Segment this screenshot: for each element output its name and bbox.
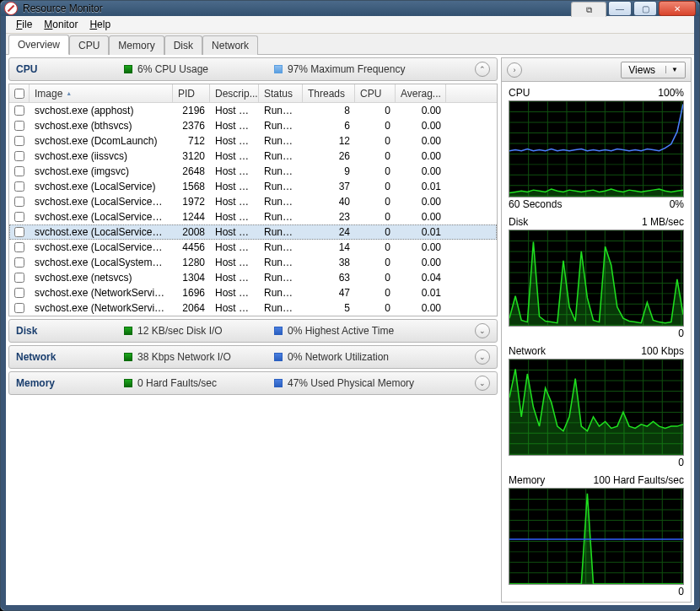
cell-avg: 0.00 (396, 256, 446, 269)
titlebar[interactable]: Resource Monitor ⧉ — ▢ ✕ (1, 1, 699, 16)
row-checkbox[interactable] (14, 121, 24, 131)
row-checkbox[interactable] (14, 227, 24, 237)
graph-footer-right: 0 (678, 457, 684, 468)
square-icon (274, 353, 283, 361)
cell-cpu: 0 (355, 180, 396, 193)
table-row[interactable]: svchost.exe (NetworkService)1696Host Pr.… (9, 285, 497, 300)
column-headers: Image PID Descrip... Status Threads CPU … (9, 84, 497, 103)
metric-label: 97% Maximum Frequency (288, 63, 405, 75)
process-list: Image PID Descrip... Status Threads CPU … (8, 84, 498, 316)
section-header-cpu[interactable]: CPU 6% CPU Usage 97% Maximum Frequency ⌃ (8, 57, 498, 81)
close-button[interactable]: ✕ (659, 1, 696, 16)
section-title: Memory (16, 377, 117, 389)
maximize-button[interactable]: ▢ (633, 1, 657, 16)
column-status[interactable]: Status (259, 84, 303, 102)
cell-desc: Host Pr... (210, 241, 259, 254)
row-checkbox[interactable] (14, 242, 24, 252)
menu-help[interactable]: Help (84, 17, 116, 32)
table-row[interactable]: svchost.exe (DcomLaunch)712Host Pr...Run… (9, 133, 497, 149)
section-header-memory[interactable]: Memory 0 Hard Faults/sec 47% Used Physic… (8, 371, 498, 395)
section-header-disk[interactable]: Disk 12 KB/sec Disk I/O 0% Highest Activ… (8, 319, 498, 343)
table-row[interactable]: svchost.exe (LocalService)1568Host Pr...… (9, 179, 497, 194)
row-checkbox[interactable] (14, 273, 24, 283)
cell-avg: 0.00 (396, 119, 446, 132)
cell-desc: Host Pr... (210, 104, 259, 117)
cell-desc: Host Pr... (210, 225, 259, 239)
row-checkbox[interactable] (14, 181, 24, 192)
graph-footer-right: 0% (670, 198, 684, 210)
cell-threads: 6 (303, 119, 355, 132)
expand-icon[interactable]: ⌄ (475, 323, 490, 338)
menu-file[interactable]: File (11, 17, 37, 32)
table-row[interactable]: svchost.exe (NetworkService...2064Host P… (9, 300, 497, 316)
views-button[interactable]: Views ▼ (621, 62, 686, 78)
row-checkbox[interactable] (14, 197, 24, 207)
cell-threads: 8 (303, 104, 355, 117)
tab-memory[interactable]: Memory (109, 35, 164, 55)
process-rows[interactable]: svchost.exe (apphost)2196Host Pr...Runni… (9, 103, 497, 316)
table-row[interactable]: svchost.exe (netsvcs)1304Host Pr...Runni… (9, 270, 497, 285)
views-label: Views (628, 64, 655, 76)
metric-label: 47% Used Physical Memory (288, 377, 414, 389)
menubar: File Monitor Help (6, 16, 694, 34)
cell-status: Runni... (259, 225, 303, 239)
minimize-button[interactable]: — (608, 1, 632, 16)
table-row[interactable]: svchost.exe (LocalServicePee...4456Host … (9, 240, 497, 255)
cell-image: svchost.exe (netsvcs) (30, 271, 173, 284)
tab-network[interactable]: Network (202, 35, 258, 55)
cell-desc: Host Pr... (210, 119, 259, 132)
graph-panel: › Views ▼ CPU100%60 Seconds0%Disk1 MB/se… (501, 57, 692, 603)
tab-cpu[interactable]: CPU (69, 35, 109, 55)
expand-icon[interactable]: ⌄ (475, 349, 490, 365)
table-row[interactable]: svchost.exe (apphost)2196Host Pr...Runni… (9, 103, 497, 118)
expand-icon[interactable]: ⌄ (475, 376, 490, 391)
row-checkbox[interactable] (14, 136, 24, 146)
tab-disk[interactable]: Disk (164, 35, 202, 55)
cell-status: Runni... (259, 149, 303, 163)
row-checkbox[interactable] (14, 212, 24, 222)
tab-overview[interactable]: Overview (8, 35, 69, 55)
table-row[interactable]: svchost.exe (bthsvcs)2376Host Pr...Runni… (9, 118, 497, 133)
cell-avg: 0.00 (396, 241, 446, 254)
cell-status: Runni... (259, 271, 303, 284)
table-row[interactable]: svchost.exe (LocalSystemNet...1280Host P… (9, 255, 497, 270)
row-checkbox[interactable] (14, 105, 24, 116)
square-icon (124, 379, 132, 387)
table-row[interactable]: svchost.exe (LocalServiceNet...1244Host … (9, 209, 497, 224)
table-row[interactable]: svchost.exe (LocalServiceNo...2008Host P… (9, 224, 497, 240)
row-checkbox[interactable] (14, 303, 24, 313)
collapse-icon[interactable]: ⌃ (475, 62, 490, 77)
table-row[interactable]: svchost.exe (LocalServiceAn...1972Host P… (9, 194, 497, 209)
column-checkbox[interactable] (9, 84, 30, 102)
section-title: Network (16, 351, 117, 363)
cell-desc: Host Pr... (210, 286, 259, 300)
cell-status: Runni... (259, 286, 303, 300)
table-row[interactable]: svchost.exe (imgsvc)2648Host Pr...Runni.… (9, 164, 497, 179)
column-pid[interactable]: PID (173, 84, 210, 102)
cell-cpu: 0 (355, 225, 396, 239)
graph-scale: 1 MB/sec (642, 216, 684, 228)
select-all-checkbox[interactable] (14, 89, 24, 99)
cell-cpu: 0 (355, 195, 396, 208)
column-threads[interactable]: Threads (303, 84, 355, 102)
cell-desc: Host Pr... (210, 271, 259, 284)
section-header-network[interactable]: Network 38 Kbps Network I/O 0% Network U… (8, 345, 498, 369)
column-cpu[interactable]: CPU (355, 84, 396, 102)
menu-monitor[interactable]: Monitor (39, 17, 83, 32)
row-checkbox[interactable] (14, 166, 24, 176)
row-checkbox[interactable] (14, 151, 24, 161)
titlebar-tab-button[interactable]: ⧉ (571, 2, 606, 17)
column-description[interactable]: Descrip... (210, 84, 259, 102)
table-row[interactable]: svchost.exe (iissvcs)3120Host Pr...Runni… (9, 149, 497, 164)
graph-cpu: CPU100%60 Seconds0% (509, 85, 684, 211)
cell-threads: 37 (303, 180, 355, 193)
collapse-panel-icon[interactable]: › (507, 62, 522, 78)
column-image[interactable]: Image (30, 84, 173, 102)
cell-image: svchost.exe (LocalServicePee... (30, 241, 173, 254)
metric-label: 6% CPU Usage (137, 63, 208, 75)
row-checkbox[interactable] (14, 257, 24, 268)
column-average[interactable]: Averag... (396, 84, 446, 102)
row-checkbox[interactable] (14, 288, 24, 298)
graph-title: Disk (509, 216, 528, 228)
graph-footer-right: 0 (678, 586, 684, 597)
